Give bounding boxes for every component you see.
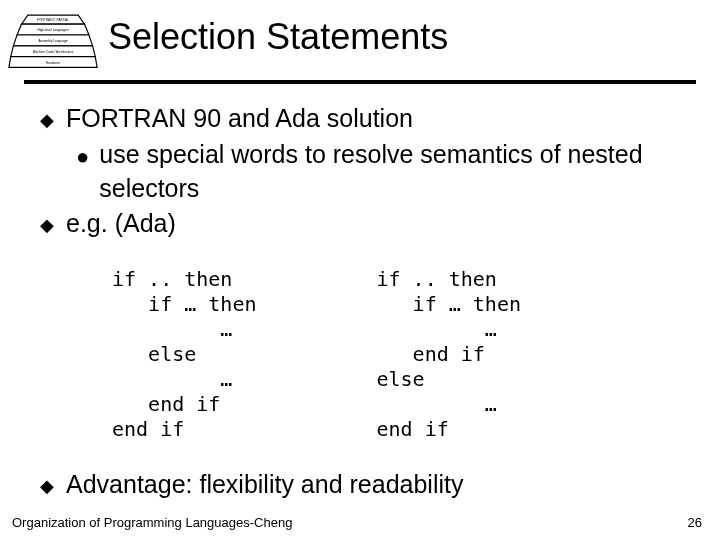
disc-bullet-icon: ● — [76, 142, 89, 172]
bullet-2: ◆ e.g. (Ada) — [40, 207, 684, 241]
bullet-1a-text: use special words to resolve semantics o… — [99, 138, 684, 206]
slide-title: Selection Statements — [108, 16, 448, 58]
slide: FORTRAN C PASCAL High-level Languages As… — [0, 0, 720, 540]
layers-logo-icon: FORTRAN C PASCAL High-level Languages As… — [8, 8, 98, 72]
diamond-bullet-icon: ◆ — [40, 213, 54, 237]
bullet-3: ◆ Advantage: flexibility and readability — [40, 468, 684, 502]
svg-text:Hardware: Hardware — [46, 61, 60, 65]
bullet-1a: ● use special words to resolve semantics… — [76, 138, 684, 206]
svg-text:Assembly Language: Assembly Language — [38, 39, 67, 43]
bullet-3-text: Advantage: flexibility and readability — [66, 468, 463, 502]
header: FORTRAN C PASCAL High-level Languages As… — [0, 0, 720, 72]
page-number: 26 — [688, 515, 702, 530]
diamond-bullet-icon: ◆ — [40, 474, 54, 498]
code-block-right: if .. then if … then … end if else … end… — [377, 267, 522, 442]
slide-body: ◆ FORTRAN 90 and Ada solution ● use spec… — [0, 84, 720, 502]
svg-text:High-level Languages: High-level Languages — [37, 28, 69, 32]
bullet-2-text: e.g. (Ada) — [66, 207, 176, 241]
code-examples: if .. then if … then … else … end if end… — [112, 267, 684, 442]
code-block-left: if .. then if … then … else … end if end… — [112, 267, 257, 442]
diamond-bullet-icon: ◆ — [40, 108, 54, 132]
bullet-1-text: FORTRAN 90 and Ada solution — [66, 102, 413, 136]
footer-text: Organization of Programming Languages-Ch… — [12, 515, 292, 530]
bullet-1: ◆ FORTRAN 90 and Ada solution — [40, 102, 684, 136]
svg-text:Machine Code / Architecture: Machine Code / Architecture — [33, 50, 74, 54]
svg-text:FORTRAN     C     PASCAL: FORTRAN C PASCAL — [37, 19, 69, 23]
